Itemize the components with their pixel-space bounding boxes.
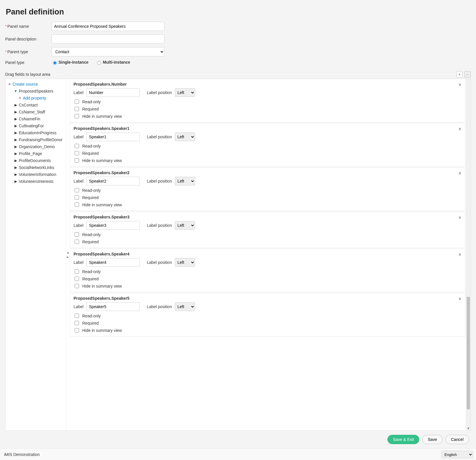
tree-item[interactable]: ▶CsName_Staff bbox=[7, 108, 66, 115]
tree-item[interactable]: ▶CultivatingFor bbox=[7, 122, 66, 129]
tree-item-label: Organization_Demo bbox=[18, 144, 55, 149]
parent-type-select[interactable]: Contact bbox=[52, 47, 164, 56]
readonly-checkbox[interactable] bbox=[75, 144, 79, 148]
tree-item[interactable]: ▶ProfileDocuments bbox=[7, 157, 66, 164]
layout-area[interactable]: ProposedSpeakers.NumberxLabelLabel posit… bbox=[69, 79, 466, 430]
tree-item[interactable]: ▶CsNameFin bbox=[7, 115, 66, 122]
hide-summary-label: Hide in summary view bbox=[82, 114, 122, 119]
tree-item[interactable]: ▶CsContact bbox=[7, 102, 66, 108]
readonly-checkbox[interactable] bbox=[75, 232, 79, 237]
required-checkbox[interactable] bbox=[75, 107, 79, 111]
field-block[interactable]: ProposedSpeakers.NumberxLabelLabel posit… bbox=[70, 79, 465, 122]
splitter[interactable]: ◄ ► bbox=[66, 79, 69, 430]
field-block[interactable]: ProposedSpeakers.Speaker1xLabelLabel pos… bbox=[70, 123, 465, 167]
expand-icon[interactable]: ▶ bbox=[13, 172, 18, 176]
collapse-left-icon[interactable]: ◄ bbox=[66, 251, 69, 254]
panel-name-row: *Panel name bbox=[5, 22, 471, 31]
expand-icon[interactable]: ▶ bbox=[13, 152, 18, 156]
expand-icon[interactable]: ▶ bbox=[13, 124, 18, 128]
tree-item[interactable]: ▶SocialNetworkLinks bbox=[7, 164, 66, 171]
expand-icon[interactable]: ▶ bbox=[13, 117, 18, 121]
scrollbar-thumb[interactable] bbox=[467, 297, 470, 409]
field-label-input[interactable] bbox=[86, 221, 140, 230]
tree-item-label: FundraisingProfileDonor bbox=[18, 137, 63, 142]
readonly-checkbox[interactable] bbox=[75, 269, 79, 274]
readonly-checkbox[interactable] bbox=[75, 314, 79, 318]
language-select[interactable]: English bbox=[441, 451, 473, 458]
field-label-input[interactable] bbox=[86, 88, 140, 97]
hide-summary-checkbox[interactable] bbox=[75, 328, 79, 332]
expand-icon[interactable]: ▶ bbox=[13, 179, 18, 183]
expand-icon[interactable]: ▶ bbox=[13, 103, 18, 107]
label-label: Label bbox=[74, 260, 83, 265]
parent-type-label: Parent type bbox=[7, 49, 28, 54]
field-label-input[interactable] bbox=[86, 177, 140, 185]
expand-icon[interactable]: ▶ bbox=[13, 165, 18, 170]
expand-icon[interactable]: ▶ bbox=[13, 159, 18, 163]
field-block[interactable]: ProposedSpeakers.Speaker3xLabelLabel pos… bbox=[70, 211, 465, 248]
panel-desc-row: Panel description bbox=[5, 34, 471, 44]
tree-item[interactable]: ▶FundraisingProfileDonor bbox=[7, 136, 66, 143]
label-label: Label bbox=[74, 179, 83, 183]
required-checkbox[interactable] bbox=[75, 195, 79, 200]
field-block[interactable]: ProposedSpeakers.Speaker5xLabelLabel pos… bbox=[70, 293, 465, 336]
layout-vertical-scrollbar[interactable]: ▼ bbox=[466, 79, 470, 430]
tree-root-proposedspeakers[interactable]: ▼ ProposedSpeakers bbox=[7, 88, 66, 95]
tree-item[interactable]: ▶Profile_Page bbox=[7, 150, 66, 157]
tree-item-label: ProfileDocuments bbox=[18, 158, 51, 163]
scroll-down-icon[interactable]: ▼ bbox=[466, 427, 470, 430]
panel-type-multi-label[interactable]: Multi-instance bbox=[96, 60, 130, 65]
remove-field-button[interactable]: x bbox=[459, 296, 461, 301]
required-checkbox[interactable] bbox=[75, 321, 79, 325]
panel-type-multi-radio[interactable] bbox=[97, 61, 101, 65]
expand-icon[interactable]: ▶ bbox=[13, 138, 18, 142]
field-label-input[interactable] bbox=[86, 133, 140, 141]
add-layout-button[interactable]: + bbox=[456, 71, 463, 78]
label-position-select[interactable]: Left bbox=[175, 302, 195, 311]
panel-desc-input[interactable] bbox=[52, 34, 164, 44]
required-star: * bbox=[5, 49, 7, 54]
remove-field-button[interactable]: x bbox=[459, 252, 461, 257]
tree-item[interactable]: ▶VolunteersInterests bbox=[7, 178, 66, 185]
cancel-button[interactable]: Cancel bbox=[445, 435, 469, 444]
required-checkbox[interactable] bbox=[75, 151, 79, 155]
field-block[interactable]: ProposedSpeakers.Speaker4xLabelLabel pos… bbox=[70, 249, 465, 292]
required-checkbox[interactable] bbox=[75, 277, 79, 281]
field-block[interactable]: ProposedSpeakers.Speaker2xLabelLabel pos… bbox=[70, 167, 465, 211]
remove-field-button[interactable]: x bbox=[459, 126, 461, 131]
source-tree: + Create source ▼ ProposedSpeakers + Add… bbox=[6, 79, 66, 430]
panel-name-input[interactable] bbox=[52, 22, 164, 31]
tree-item[interactable]: ▶EducationInProgress bbox=[7, 129, 66, 136]
hide-summary-checkbox[interactable] bbox=[75, 284, 79, 288]
expand-icon[interactable]: ▶ bbox=[13, 145, 18, 149]
label-position-select[interactable]: Left bbox=[175, 177, 195, 185]
hide-summary-checkbox[interactable] bbox=[75, 114, 79, 118]
expand-right-icon[interactable]: ► bbox=[66, 255, 69, 259]
label-position-select[interactable]: Left bbox=[175, 258, 195, 267]
field-label-input[interactable] bbox=[86, 302, 140, 311]
collapse-icon[interactable]: ▼ bbox=[13, 89, 18, 93]
tree-item[interactable]: ▶Organization_Demo bbox=[7, 143, 66, 150]
save-exit-button[interactable]: Save & Exit bbox=[387, 435, 419, 444]
field-label-input[interactable] bbox=[86, 258, 140, 267]
remove-field-button[interactable]: x bbox=[459, 215, 461, 220]
label-position-select[interactable]: Left bbox=[175, 88, 195, 97]
readonly-checkbox[interactable] bbox=[75, 100, 79, 104]
remove-field-button[interactable]: x bbox=[459, 82, 461, 87]
expand-icon[interactable]: ▶ bbox=[13, 110, 18, 114]
label-position-select[interactable]: Left bbox=[175, 221, 195, 230]
panel-type-single-label[interactable]: Single-instance bbox=[52, 60, 88, 65]
readonly-checkbox[interactable] bbox=[75, 188, 79, 192]
hide-summary-checkbox[interactable] bbox=[75, 158, 79, 163]
save-button[interactable]: Save bbox=[422, 435, 442, 444]
tree-horizontal-scrollbar[interactable] bbox=[6, 426, 66, 430]
label-position-select[interactable]: Left bbox=[175, 133, 195, 141]
panel-type-single-radio[interactable] bbox=[53, 61, 57, 65]
hide-summary-checkbox[interactable] bbox=[75, 203, 79, 207]
add-property-link[interactable]: + Add property bbox=[7, 95, 66, 102]
create-source-link[interactable]: + Create source bbox=[7, 81, 66, 88]
remove-field-button[interactable]: x bbox=[459, 170, 461, 175]
tree-item[interactable]: ▶VolunteerInformation bbox=[7, 171, 66, 178]
expand-icon[interactable]: ▶ bbox=[13, 131, 18, 135]
required-checkbox[interactable] bbox=[75, 240, 79, 244]
